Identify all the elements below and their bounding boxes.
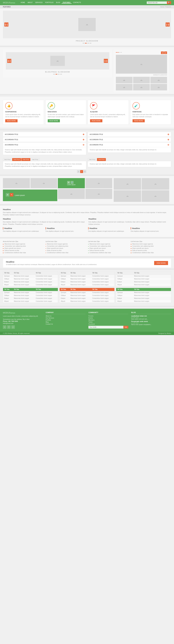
green-icon-1: ⚙ xyxy=(6,193,9,196)
dot-4[interactable] xyxy=(90,43,91,44)
slide-next-btn[interactable]: ❯❯ xyxy=(166,22,170,26)
viewmore-button[interactable]: VIEW MORE xyxy=(154,261,168,265)
footer-link-forums[interactable]: Forums xyxy=(88,315,128,317)
feature-btn-2[interactable]: read more xyxy=(90,119,102,122)
tab-1-1[interactable]: TAB TITLE xyxy=(12,158,21,161)
footer-link-services[interactable]: Our Services xyxy=(46,317,86,319)
gallery-thumb-1[interactable]: ⛰ xyxy=(116,77,132,83)
gallery-thumb-5[interactable]: ⛰ xyxy=(133,84,150,90)
gallery-thumb-6[interactable]: ⛰ xyxy=(150,84,167,90)
footer-social: t f r xyxy=(3,325,43,329)
nav-services[interactable]: SERVICES xyxy=(34,2,44,4)
nav-blog[interactable]: BLOG xyxy=(55,2,61,4)
gallery-thumb-4[interactable]: ⛰ xyxy=(116,84,132,90)
sidebar-dot-4[interactable] xyxy=(121,52,122,52)
footer-link-members[interactable]: Members xyxy=(88,319,128,321)
list-text-3-2: Etiam quiscilit sem ipsum xyxy=(90,248,106,249)
footer-link-portfolio[interactable]: Portfolio xyxy=(46,319,86,321)
accordion-header-1-0[interactable]: ACCORDION TITLE ⊕ xyxy=(3,132,86,137)
social-twitter-btn[interactable]: t xyxy=(3,325,6,329)
footer-link-blog[interactable]: Blog xyxy=(46,321,86,323)
slide-prev-btn[interactable]: ❮❮ xyxy=(4,22,8,26)
grid-img-4[interactable]: ⛰ xyxy=(58,189,85,199)
feature-btn-1[interactable]: read more xyxy=(48,119,60,122)
social-facebook-btn[interactable]: f xyxy=(7,325,10,329)
social-rss-btn[interactable]: r xyxy=(11,325,15,329)
gallery-thumb-2[interactable]: ⛰ xyxy=(133,77,150,83)
blog-dot-1[interactable] xyxy=(53,74,55,74)
dot-3[interactable] xyxy=(87,43,89,44)
accordion-title-1-2: ACCORDION TITLE xyxy=(5,144,18,146)
hover-zoom-icon[interactable]: ⊕ xyxy=(67,181,70,184)
feature-btn-0[interactable]: read more xyxy=(5,119,18,122)
sidebar-grid-img-1[interactable]: ⛰ xyxy=(114,178,141,190)
site-logo[interactable]: MODUSversus xyxy=(3,2,15,4)
pag-1-3[interactable]: 3 xyxy=(84,170,86,173)
pag-1-2[interactable]: 2 xyxy=(80,170,83,173)
sidebar-dot-2[interactable] xyxy=(118,52,118,52)
dot-1[interactable] xyxy=(83,43,84,44)
th-g1-2: TR Title xyxy=(34,288,58,291)
accordion-header-2-2[interactable]: ACCORDION TITLE ⊖ xyxy=(88,142,171,147)
sidebar-grid-img-2[interactable]: ⛰ xyxy=(142,178,169,190)
accordion-header-1-2[interactable]: ACCORDION TITLE ⊖ xyxy=(3,142,86,147)
sidebar-next-btn[interactable]: ❯ xyxy=(164,52,167,54)
footer-copyright: © 2024 Modus Versus. All rights reserved… xyxy=(3,332,30,334)
tab-2-0[interactable]: TAB TITLE xyxy=(88,158,97,161)
tab-1-3[interactable]: TAB TITLE xyxy=(30,158,40,161)
sidebar-prev-btn[interactable]: ❮ xyxy=(161,52,164,54)
search-button[interactable]: 🔍 xyxy=(167,1,171,4)
green-tile-left[interactable]: ⚙ ✎ Lorem ipsum xyxy=(3,190,57,201)
hover-link-icon[interactable]: 🔗 xyxy=(70,181,74,184)
blog-dot-3[interactable] xyxy=(58,74,60,74)
subscribe-input[interactable] xyxy=(88,326,124,328)
tab-1-2[interactable]: TAB TITLE xyxy=(21,158,30,161)
feature-btn-3[interactable]: read more xyxy=(132,119,145,122)
sidebar-dot-3[interactable] xyxy=(119,52,120,52)
footer-company-title: Company xyxy=(46,312,86,314)
blog-slide-next[interactable]: ❯❯ xyxy=(104,59,108,63)
search-input[interactable] xyxy=(147,2,167,4)
table-row: QuicqueMaecenas lorem augueConsectetur l… xyxy=(3,274,58,278)
accordion-header-2-0[interactable]: ACCORDION TITLE ⊕ xyxy=(88,132,171,137)
nav-contacts[interactable]: CONTACTS xyxy=(72,2,82,4)
blog-dot-2[interactable] xyxy=(56,74,57,74)
footer-link-twitter[interactable]: Twitter xyxy=(88,321,128,323)
footer-link-events[interactable]: Events xyxy=(88,317,128,319)
list-item-2-4: ●Condimentum eleifend vitae vitae xyxy=(46,252,86,254)
pag-1-1[interactable]: 1 xyxy=(77,170,80,173)
list-text-4-3: Nulla at laoreet at ebar xyxy=(132,250,147,251)
grid-img-1[interactable]: ⛰ xyxy=(3,178,30,188)
nav-about[interactable]: ABOUT xyxy=(26,2,34,4)
grid-img-2[interactable]: ⛰ xyxy=(30,178,58,188)
typo-col-4-2: Headline Duis dapibus aliquam mi eget eu… xyxy=(46,227,86,234)
blog-slide-prev[interactable]: ❮❮ xyxy=(7,59,11,63)
footer-link-about[interactable]: About us xyxy=(46,315,86,317)
td: Aliquet xyxy=(116,283,133,286)
tab-2-1[interactable]: TAB TITLE xyxy=(97,158,106,161)
accordion-header-1-1[interactable]: ACCORDION TITLE ⊕ xyxy=(3,137,86,142)
footer-col-blog: BLOG Laudantium totam rem 02 Feb 2024 Qu… xyxy=(131,312,171,329)
sidebar-dot-1[interactable] xyxy=(116,52,117,52)
subscribe-button[interactable]: Sub xyxy=(124,326,128,328)
nav-features[interactable]: FEATURES xyxy=(62,2,72,4)
td: Maecenas lorem augue xyxy=(133,278,171,280)
footer-link-facebook[interactable]: Facebook xyxy=(88,323,128,325)
td: Maecenas lorem augue xyxy=(13,274,35,278)
nav-home[interactable]: HOME xyxy=(20,2,26,4)
td: Consectetur lorem augue xyxy=(91,278,114,280)
tab-1-0[interactable]: TAB TITLE xyxy=(3,158,12,161)
nav-portfolio[interactable]: PORTFOLIO xyxy=(44,2,55,4)
sidebar-grid-img-3[interactable]: ⛰ xyxy=(114,190,141,202)
gallery-thumb-3[interactable]: ⛰ xyxy=(150,77,167,83)
footer-link-contact[interactable]: Contact Us xyxy=(46,323,86,325)
list-text-3-3: Nulla at laoreet at ebar xyxy=(90,250,104,251)
grid-img-3[interactable]: ⛰ xyxy=(86,178,112,188)
grid-img-hover[interactable]: ⊕ 🔗 Lorem ipsum xyxy=(58,178,85,188)
dot-2[interactable] xyxy=(85,43,87,44)
td: Maecenas lorem augue xyxy=(133,274,171,278)
blog-dot-4[interactable] xyxy=(60,74,62,74)
grid-img-5[interactable]: ⛰ xyxy=(86,189,112,199)
accordion-header-2-1[interactable]: ACCORDION TITLE ⊕ xyxy=(88,137,171,142)
sidebar-grid-img-4[interactable]: ⛰ xyxy=(142,190,169,202)
